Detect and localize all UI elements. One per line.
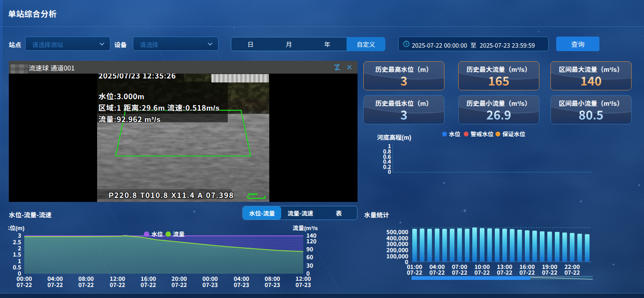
svg-text:07-22: 07-22 [520, 268, 535, 276]
svg-text:120: 120 [306, 237, 316, 245]
svg-text:警戒水位: 警戒水位 [471, 130, 493, 138]
svg-text:07-23: 07-23 [233, 280, 249, 289]
svg-text:07-22: 07-22 [109, 280, 125, 289]
svg-text:07-22: 07-22 [452, 268, 467, 276]
svg-text:流量: 流量 [173, 230, 185, 238]
svg-text:07-23: 07-23 [202, 280, 218, 289]
svg-text:07-22: 07-22 [565, 268, 580, 276]
svg-text:S: S [336, 65, 339, 70]
svg-text:水位: 水位 [151, 230, 163, 238]
svg-text:07-22: 07-22 [475, 268, 490, 276]
svg-text:07-22: 07-22 [140, 280, 156, 289]
svg-text:07-22: 07-22 [171, 280, 187, 289]
svg-text:60: 60 [306, 253, 313, 261]
svg-text:07-22: 07-22 [407, 268, 422, 276]
svg-text:保证水位: 保证水位 [502, 130, 525, 138]
svg-text:07-22: 07-22 [542, 268, 557, 276]
svg-text:07-22: 07-22 [78, 280, 94, 289]
svg-text:07-22: 07-22 [429, 268, 445, 276]
svg-text:07-23: 07-23 [264, 280, 280, 289]
svg-text:07-22: 07-22 [47, 280, 63, 289]
svg-text:30: 30 [306, 261, 313, 269]
svg-text:90: 90 [306, 245, 313, 253]
svg-text:07-22: 07-22 [497, 268, 512, 276]
svg-text:水位: 水位 [449, 130, 460, 138]
svg-text:07-22: 07-22 [16, 280, 32, 289]
svg-text:0: 0 [388, 167, 391, 175]
svg-text:07-23: 07-23 [295, 280, 311, 289]
